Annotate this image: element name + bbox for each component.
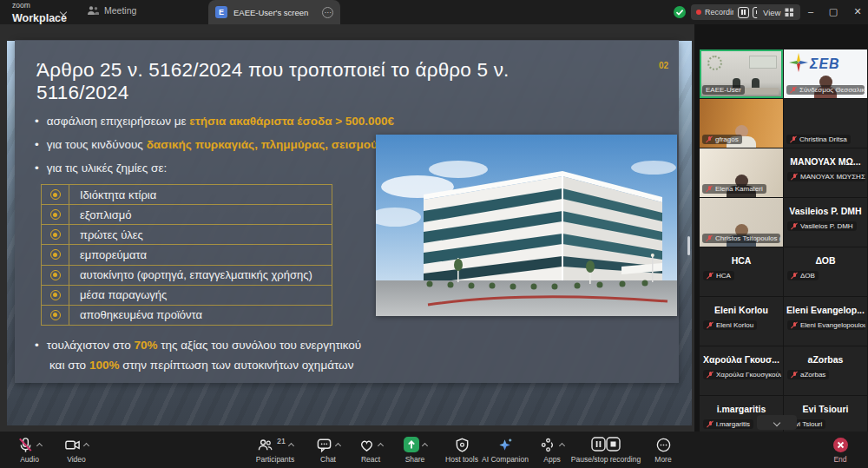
- participant-label: aZorbas: [787, 370, 829, 379]
- workspace-switcher[interactable]: zoom Workplace: [12, 2, 67, 25]
- video-tile[interactable]: Christos Tsitopoulos (S..: [700, 198, 783, 247]
- video-tile[interactable]: ΔΟΒ ΔΟΒ: [784, 247, 867, 296]
- muted-mic-icon: [791, 173, 798, 181]
- participant-label: gfragos: [702, 135, 742, 144]
- slide-items-table: Ιδιόκτητα κτίρια εξοπλισμό πρώτες ύλες ε…: [41, 184, 332, 326]
- slide-bullet: για τις υλικές ζημίες σε:: [35, 161, 167, 175]
- chat-button[interactable]: Chat: [306, 433, 351, 466]
- slide-footer-line1: τουλάχιστον στο 70% της αξίας του συνόλο…: [35, 339, 361, 352]
- video-tile[interactable]: ΣΕΒ Σύνδεσμος Θεσσαλικ..: [784, 49, 867, 98]
- table-row: Ιδιόκτητα κτίρια: [42, 185, 332, 205]
- table-row: αυτοκίνητο (φορτηγά, επαγγελματικής χρήσ…: [42, 266, 332, 286]
- participant-name: Vasileios P. DMH: [784, 206, 867, 216]
- office-building-photo: [376, 135, 677, 316]
- muted-mic-icon: [707, 371, 713, 379]
- video-tile[interactable]: HCA HCA: [700, 247, 783, 296]
- participants-icon: [257, 437, 273, 453]
- tab-shared-screen[interactable]: E EAEE-User's screen ⋯: [208, 0, 340, 24]
- maximize-icon[interactable]: ▢: [826, 5, 840, 19]
- video-tile[interactable]: Elena Kamateri: [700, 148, 783, 197]
- table-row: μέσα παραγωγής: [42, 286, 332, 306]
- muted-mic-icon: [791, 222, 798, 230]
- bullet-ring-icon: [50, 209, 61, 220]
- slide-footer-line2: και στο 100% στην περίπτωση των αυτοκινή…: [49, 359, 353, 372]
- titlebar: zoom Workplace Meeting E EAEE-User's scr…: [0, 0, 868, 24]
- stheb-logo-text: ΣΕΒ: [810, 56, 840, 72]
- camera-icon: [64, 437, 81, 453]
- people-icon: [87, 5, 99, 16]
- audio-options-chevron[interactable]: [36, 443, 43, 449]
- end-meeting-button[interactable]: End: [821, 433, 859, 466]
- shared-screen-area: Άρθρο 25 ν. 5162/2024 που τροποποιεί το …: [0, 24, 694, 432]
- ai-companion-button[interactable]: AI Companion: [477, 433, 533, 466]
- video-tile[interactable]: ΜΑΝΟΥΑΧ ΜΩ... ΜΑΝΟΥΑΧ ΜΩΥΣΗΣ: [784, 148, 867, 197]
- muted-mic-icon: [790, 135, 797, 143]
- view-button[interactable]: View: [757, 4, 800, 20]
- muted-mic-icon: [17, 437, 34, 453]
- participants-options-chevron[interactable]: [288, 443, 294, 449]
- muted-mic-icon: [791, 371, 798, 379]
- video-button[interactable]: Video: [54, 433, 99, 466]
- meeting-label: Meeting: [104, 5, 136, 16]
- participant-label: Eleni Evangelopoulou: [787, 320, 865, 330]
- video-tile[interactable]: Χαρούλα Γκουσ... Χαρούλα Γκουσγκούνη: [700, 346, 783, 395]
- collapse-gallery-button[interactable]: [757, 415, 797, 430]
- muted-mic-icon: [707, 272, 713, 280]
- participant-name: HCA: [700, 255, 783, 266]
- pause-stop-recording-button[interactable]: Pause/stop recording: [566, 433, 646, 466]
- video-tile[interactable]: EAEE-User: [700, 49, 783, 98]
- participant-label: Christos Tsitopoulos (S..: [702, 234, 780, 243]
- video-tile[interactable]: Vasileios P. DMH Vasileios P. DMH: [784, 198, 867, 247]
- more-ellipsis-icon: [655, 437, 672, 453]
- apps-icon: [540, 437, 556, 453]
- video-tile-grid: EAEE-User ΣΕΒ Σύνδεσμος Θεσσαλικ.. gfrag…: [700, 49, 867, 432]
- react-options-chevron[interactable]: [378, 443, 384, 449]
- table-row: αποθηκευμένα προϊόντα: [42, 306, 332, 325]
- audio-button[interactable]: Audio: [5, 433, 54, 466]
- video-tile[interactable]: aZorbas aZorbas: [784, 346, 867, 395]
- participant-label: EAEE-User: [702, 85, 745, 95]
- chat-options-chevron[interactable]: [335, 443, 341, 449]
- room-logo-icon: [707, 56, 722, 70]
- participant-name: aZorbas: [784, 354, 867, 365]
- table-row: εμπορεύματα: [42, 245, 332, 265]
- minimize-icon[interactable]: –: [804, 5, 818, 19]
- app-name: zoom: [12, 2, 67, 10]
- slide-page-number: 02: [659, 61, 668, 70]
- apps-options-chevron[interactable]: [559, 443, 565, 449]
- tab-menu-icon[interactable]: ⋯: [322, 7, 333, 18]
- participant-label: Christina Dritsa: [786, 135, 851, 144]
- sidebar-resize-handle[interactable]: [687, 236, 690, 255]
- video-tile[interactable]: Eleni Korlou Eleni Korlou: [700, 297, 783, 346]
- slide-title: Άρθρο 25 ν. 5162/2024 που τροποποιεί το …: [36, 59, 592, 104]
- share-button[interactable]: Share: [392, 433, 437, 466]
- video-tile[interactable]: Eleni Evangelop... Eleni Evangelopoulou: [784, 297, 867, 346]
- participants-button[interactable]: 21 Participants: [245, 433, 306, 466]
- muted-mic-icon: [706, 185, 713, 193]
- workspace-label: Workplace: [12, 12, 67, 24]
- bullet-ring-icon: [50, 310, 61, 320]
- share-options-chevron[interactable]: [421, 443, 427, 449]
- slide-bullet: για τους κινδύνους δασικής πυρκαγιάς, πλ…: [35, 138, 378, 151]
- bullet-ring-icon: [50, 189, 61, 200]
- encryption-shield-icon[interactable]: [674, 6, 686, 18]
- table-row: πρώτες ύλες: [42, 225, 332, 245]
- participant-name: Evi Tsiouri: [784, 404, 867, 414]
- video-tile[interactable]: Christina Dritsa: [784, 99, 867, 148]
- participant-label: Χαρούλα Γκουσγκούνη: [703, 370, 781, 379]
- recording-dot-icon: [696, 10, 701, 15]
- video-tile[interactable]: gfragos: [700, 99, 783, 148]
- meeting-tab[interactable]: Meeting: [87, 5, 136, 16]
- chat-bubble-icon: [316, 437, 332, 453]
- react-button[interactable]: React: [349, 433, 392, 466]
- participant-name: Eleni Evangelop...: [784, 305, 867, 315]
- tab-title: EAEE-User's screen: [233, 8, 316, 17]
- close-icon[interactable]: ✕: [851, 5, 865, 19]
- pause-recording-icon[interactable]: [738, 7, 749, 18]
- shield-icon: [454, 437, 470, 453]
- participant-name: i.margaritis: [700, 404, 783, 414]
- more-button[interactable]: More: [644, 433, 682, 466]
- share-screen-icon: [404, 437, 419, 452]
- participant-name: Χαρούλα Γκουσ...: [700, 354, 783, 365]
- video-options-chevron[interactable]: [83, 443, 89, 449]
